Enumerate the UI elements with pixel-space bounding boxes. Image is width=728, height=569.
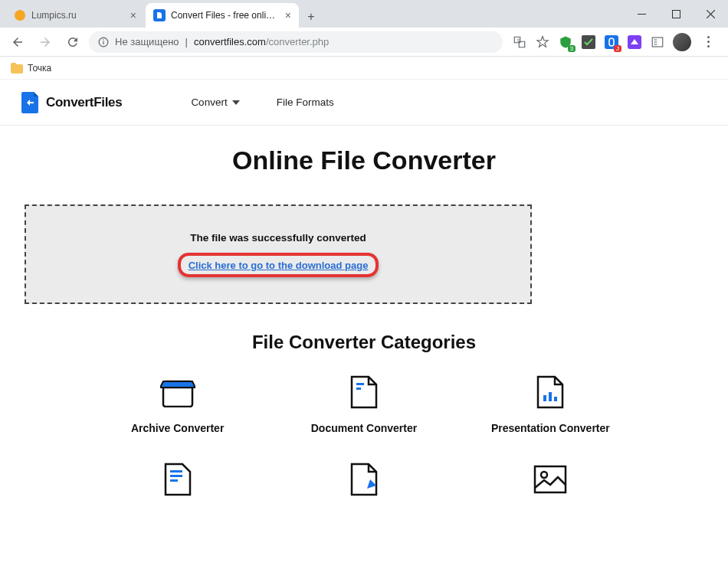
reload-button[interactable] xyxy=(61,31,84,54)
nav-convert[interactable]: Convert xyxy=(191,96,239,108)
image-icon xyxy=(533,462,568,497)
purple-ext-icon[interactable] xyxy=(627,34,642,50)
conversion-result-box: The file was successfully converted Clic… xyxy=(25,204,532,304)
minimize-button[interactable] xyxy=(625,2,659,25)
svg-rect-15 xyxy=(543,395,546,401)
category-item[interactable] xyxy=(274,462,453,497)
reader-icon[interactable] xyxy=(650,34,665,50)
svg-rect-12 xyxy=(652,38,663,47)
category-item[interactable] xyxy=(461,462,640,497)
svg-rect-18 xyxy=(170,470,182,473)
site-nav: Convert File Formats xyxy=(191,96,333,108)
close-window-button[interactable] xyxy=(694,2,728,25)
favicon-icon xyxy=(14,9,26,21)
edit-file-icon xyxy=(346,462,382,497)
nav-label: Convert xyxy=(191,96,227,108)
svg-rect-5 xyxy=(103,41,103,44)
chevron-down-icon xyxy=(232,100,240,105)
tab-lumpics[interactable]: Lumpics.ru × xyxy=(6,3,144,28)
kebab-menu-icon[interactable] xyxy=(699,36,717,47)
tunnel-ext-icon[interactable]: J xyxy=(604,34,619,50)
folder-icon xyxy=(11,63,23,74)
translate-icon[interactable]: 文 xyxy=(512,34,527,50)
tab-title: Lumpics.ru xyxy=(31,10,125,21)
page-title: Online File Converter xyxy=(20,146,708,175)
bookmark-folder[interactable]: Точка xyxy=(28,63,51,74)
logo-icon xyxy=(21,92,40,113)
success-message: The file was successfully converted xyxy=(190,232,366,244)
category-label: Archive Converter xyxy=(131,422,224,434)
presentation-icon xyxy=(533,374,568,410)
badge: J xyxy=(614,45,621,52)
archive-icon xyxy=(160,374,195,410)
nav-file-formats[interactable]: File Formats xyxy=(277,96,334,108)
categories-grid-row2 xyxy=(88,462,640,497)
info-icon xyxy=(98,37,109,47)
back-button[interactable] xyxy=(6,31,29,54)
tab-title: Convert Files - free online file co xyxy=(171,10,280,21)
maximize-button[interactable] xyxy=(659,2,694,25)
url-path: /converter.php xyxy=(266,36,329,47)
svg-text:文: 文 xyxy=(516,37,520,41)
svg-rect-16 xyxy=(549,392,552,401)
category-document[interactable]: Document Converter xyxy=(274,374,453,434)
category-presentation[interactable]: Presentation Converter xyxy=(461,374,640,434)
svg-point-0 xyxy=(15,10,25,21)
tab-convertfiles[interactable]: Convert Files - free online file co × xyxy=(146,3,299,28)
url-input[interactable]: Не защищено | convertfiles.com/converter… xyxy=(89,31,503,53)
svg-point-6 xyxy=(103,39,104,41)
svg-rect-17 xyxy=(554,397,557,401)
svg-rect-3 xyxy=(673,10,680,18)
badge: 3 xyxy=(568,45,576,52)
category-label: Presentation Converter xyxy=(491,422,610,434)
svg-rect-19 xyxy=(170,475,182,477)
close-icon[interactable]: × xyxy=(130,9,136,21)
page-content: ConvertFiles Convert File Formats Online… xyxy=(0,80,728,569)
text-file-icon xyxy=(160,462,195,497)
nav-label: File Formats xyxy=(277,96,334,108)
svg-rect-2 xyxy=(638,14,646,15)
check-ext-icon[interactable] xyxy=(581,34,596,50)
adguard-icon[interactable]: 3 xyxy=(558,34,573,50)
categories-grid: Archive Converter Document Converter Pre… xyxy=(88,374,640,434)
download-link[interactable]: Click here to go to the download page xyxy=(189,260,369,271)
svg-rect-14 xyxy=(356,388,361,390)
svg-rect-13 xyxy=(356,383,364,385)
category-archive[interactable]: Archive Converter xyxy=(88,374,267,434)
categories-title: File Converter Categories xyxy=(20,332,708,353)
site-header: ConvertFiles Convert File Formats xyxy=(0,80,728,126)
svg-point-22 xyxy=(541,472,547,478)
bookmarks-bar: Точка xyxy=(0,57,728,80)
brand-name: ConvertFiles xyxy=(46,95,122,110)
brand-logo[interactable]: ConvertFiles xyxy=(21,92,122,113)
security-label: Не защищено xyxy=(115,36,179,47)
category-item[interactable] xyxy=(88,462,267,497)
document-icon xyxy=(346,374,382,410)
svg-rect-20 xyxy=(170,479,178,482)
download-link-highlight: Click here to go to the download page xyxy=(178,253,379,277)
new-tab-button[interactable]: + xyxy=(300,6,322,28)
category-label: Document Converter xyxy=(311,422,417,434)
favicon-icon xyxy=(153,9,166,21)
url-host: convertfiles.com xyxy=(194,36,266,47)
close-icon[interactable]: × xyxy=(285,9,291,21)
forward-button[interactable] xyxy=(34,31,57,54)
browser-tabs-bar: Lumpics.ru × Convert Files - free online… xyxy=(0,0,728,28)
star-icon[interactable] xyxy=(535,34,550,50)
address-bar: Не защищено | convertfiles.com/converter… xyxy=(0,28,728,57)
profile-avatar[interactable] xyxy=(673,33,691,51)
